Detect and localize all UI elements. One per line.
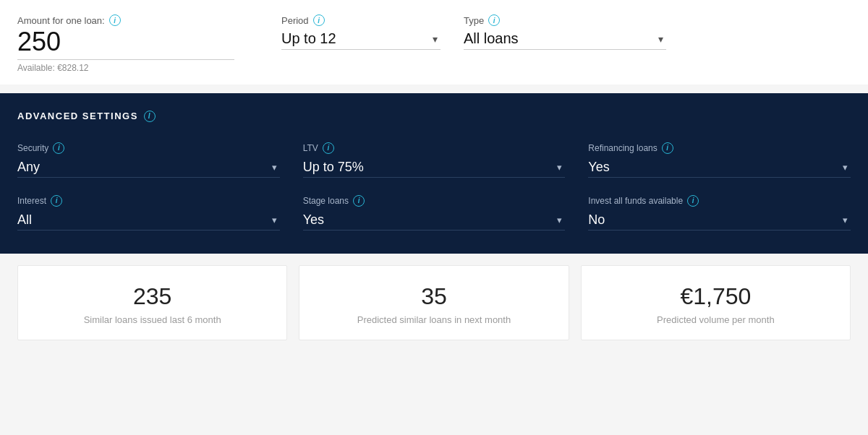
amount-label: Amount for one loan: i: [17, 14, 234, 26]
adv-select-security[interactable]: AnySecuredUnsecured: [17, 157, 280, 178]
adv-label-text-interest: Interest: [17, 196, 46, 206]
type-field-group: Type i All loans Personal loans Business…: [464, 14, 666, 50]
stat-card-1: 35 Predicted similar loans in next month: [299, 265, 569, 340]
adv-select-wrapper-security: AnySecuredUnsecured ▾: [17, 157, 280, 178]
adv-label-interest: Interest i: [17, 195, 280, 207]
adv-label-security: Security i: [17, 142, 280, 154]
adv-select-invest_all[interactable]: NoYes: [588, 210, 851, 231]
amount-label-text: Amount for one loan:: [17, 15, 105, 26]
stat-value-0: 235: [133, 283, 171, 310]
stat-label-0: Similar loans issued last 6 month: [84, 314, 221, 325]
adv-select-wrapper-interest: AllFixedVariable ▾: [17, 210, 280, 231]
adv-field-ltv: LTV i Up to 75%Up to 50%Up to 60%Up to 8…: [303, 142, 566, 178]
adv-label-text-stage: Stage loans: [303, 196, 349, 206]
stats-section: 235 Similar loans issued last 6 month 35…: [0, 254, 868, 352]
adv-info-icon-security[interactable]: i: [53, 142, 64, 154]
adv-select-stage[interactable]: YesNo: [303, 210, 566, 231]
amount-field-group: Amount for one loan: i 250 Available: €8…: [17, 14, 234, 73]
advanced-title: ADVANCED SETTINGS i: [17, 111, 851, 122]
type-select-wrapper: All loans Personal loans Business loans …: [464, 27, 666, 50]
type-select[interactable]: All loans Personal loans Business loans …: [464, 27, 666, 50]
adv-field-security: Security i AnySecuredUnsecured ▾: [17, 142, 280, 178]
adv-label-text-refinancing: Refinancing loans: [588, 143, 657, 153]
adv-select-wrapper-stage: YesNo ▾: [303, 210, 566, 231]
period-field-group: Period i Up to 12 Up to 6 Up to 24 Up to…: [281, 14, 441, 50]
adv-field-interest: Interest i AllFixedVariable ▾: [17, 195, 280, 231]
amount-info-icon[interactable]: i: [109, 14, 121, 26]
adv-select-wrapper-refinancing: YesNo ▾: [588, 157, 851, 178]
stat-card-0: 235 Similar loans issued last 6 month: [17, 265, 287, 340]
advanced-info-icon[interactable]: i: [144, 111, 156, 122]
adv-select-interest[interactable]: AllFixedVariable: [17, 210, 280, 231]
top-section: Amount for one loan: i 250 Available: €8…: [0, 0, 868, 85]
type-info-icon[interactable]: i: [488, 14, 500, 26]
adv-field-invest_all: Invest all funds available i NoYes ▾: [588, 195, 851, 231]
adv-label-text-security: Security: [17, 143, 48, 153]
stat-value-1: 35: [421, 283, 447, 310]
type-label: Type i: [464, 14, 666, 26]
adv-select-ltv[interactable]: Up to 75%Up to 50%Up to 60%Up to 80%: [303, 157, 566, 178]
adv-label-ltv: LTV i: [303, 142, 566, 154]
amount-value: 250: [17, 27, 234, 60]
period-label: Period i: [281, 14, 441, 26]
adv-field-refinancing: Refinancing loans i YesNo ▾: [588, 142, 851, 178]
adv-label-text-invest_all: Invest all funds available: [588, 196, 683, 206]
available-text: Available: €828.12: [17, 63, 234, 73]
adv-info-icon-refinancing[interactable]: i: [662, 142, 673, 154]
type-label-text: Type: [464, 15, 484, 26]
period-select-wrapper: Up to 12 Up to 6 Up to 24 Up to 36 ▾: [281, 27, 441, 50]
stat-label-2: Predicted volume per month: [657, 314, 775, 325]
adv-info-icon-ltv[interactable]: i: [323, 142, 334, 154]
adv-label-refinancing: Refinancing loans i: [588, 142, 851, 154]
adv-info-icon-invest_all[interactable]: i: [687, 195, 699, 207]
stat-value-2: €1,750: [680, 283, 751, 310]
adv-select-wrapper-invest_all: NoYes ▾: [588, 210, 851, 231]
adv-label-text-ltv: LTV: [303, 143, 318, 153]
adv-select-refinancing[interactable]: YesNo: [588, 157, 851, 178]
adv-info-icon-interest[interactable]: i: [51, 195, 62, 207]
adv-select-wrapper-ltv: Up to 75%Up to 50%Up to 60%Up to 80% ▾: [303, 157, 566, 178]
period-info-icon[interactable]: i: [313, 14, 325, 26]
adv-label-invest_all: Invest all funds available i: [588, 195, 851, 207]
advanced-grid: Security i AnySecuredUnsecured ▾ LTV i U…: [17, 142, 851, 231]
adv-label-stage: Stage loans i: [303, 195, 566, 207]
period-label-text: Period: [281, 15, 309, 26]
period-select[interactable]: Up to 12 Up to 6 Up to 24 Up to 36: [281, 27, 441, 50]
adv-info-icon-stage[interactable]: i: [353, 195, 365, 207]
stat-label-1: Predicted similar loans in next month: [357, 314, 511, 325]
advanced-section: ADVANCED SETTINGS i Security i AnySecure…: [0, 93, 868, 254]
adv-field-stage: Stage loans i YesNo ▾: [303, 195, 566, 231]
stat-card-2: €1,750 Predicted volume per month: [581, 265, 851, 340]
